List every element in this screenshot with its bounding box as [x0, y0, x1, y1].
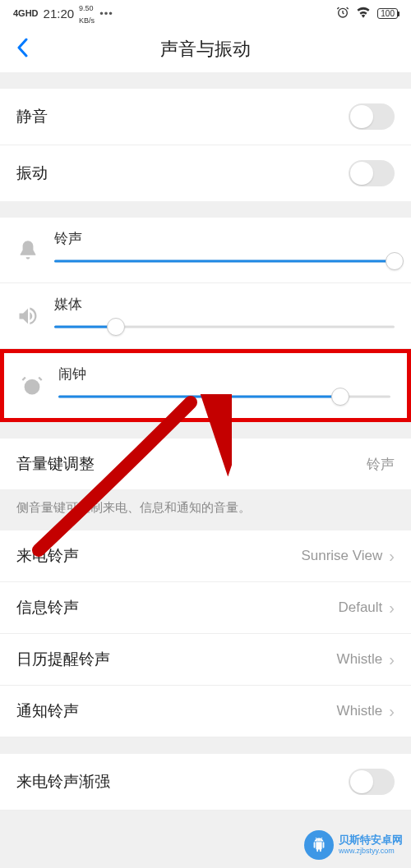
- watermark: 贝斯特安卓网 www.zjbstyy.com: [304, 830, 403, 860]
- sliders-section: 铃声 媒体 闹钟: [0, 218, 411, 422]
- crescendo-toggle[interactable]: [349, 769, 395, 795]
- volume-key-desc: 侧音量键可控制来电、信息和通知的音量。: [0, 490, 411, 530]
- back-button[interactable]: [13, 38, 31, 61]
- mute-row: 静音: [0, 89, 411, 145]
- vibrate-toggle[interactable]: [349, 160, 395, 186]
- incoming-ringtone-row[interactable]: 来电铃声 Sunrise View ›: [0, 530, 411, 582]
- volume-key-label: 音量键调整: [16, 453, 95, 475]
- page-header: 声音与振动: [0, 26, 411, 72]
- vibrate-row: 振动: [0, 145, 411, 201]
- ringtone-list: 来电铃声 Sunrise View › 信息铃声 Default › 日历提醒铃…: [0, 530, 411, 737]
- media-slider[interactable]: [54, 324, 395, 330]
- more-dots-icon: •••: [99, 7, 113, 20]
- media-slider-row: 媒体: [0, 283, 411, 349]
- clock-time: 21:20: [44, 7, 75, 21]
- ringtone-slider[interactable]: [54, 258, 395, 264]
- vibrate-label: 振动: [16, 163, 48, 184]
- mute-toggle[interactable]: [349, 103, 395, 130]
- ringtone-slider-row: 铃声: [0, 218, 411, 283]
- alarm-slider[interactable]: [58, 393, 390, 400]
- android-robot-icon: [304, 830, 334, 860]
- crescendo-row: 来电铃声渐强: [0, 754, 411, 811]
- calendar-ringtone-row[interactable]: 日历提醒铃声 Whistle ›: [0, 634, 411, 686]
- crescendo-label: 来电铃声渐强: [16, 771, 110, 792]
- chevron-right-icon: ›: [389, 703, 395, 719]
- chevron-right-icon: ›: [389, 548, 395, 564]
- volume-key-value: 铃声: [367, 455, 395, 474]
- bell-icon: [16, 239, 39, 262]
- alarm-clock-icon: [21, 374, 44, 397]
- notify-ringtone-row[interactable]: 通知铃声 Whistle ›: [0, 686, 411, 737]
- toggles-section: 静音 振动: [0, 89, 411, 201]
- wifi-icon: [356, 7, 371, 21]
- volume-key-row[interactable]: 音量键调整 铃声: [0, 439, 411, 490]
- alarm-icon: [336, 6, 349, 21]
- ringtone-slider-label: 铃声: [54, 229, 395, 248]
- chevron-right-icon: ›: [389, 599, 395, 616]
- status-bar: 4GHD 21:20 9.50KB/s ••• 100: [0, 0, 411, 26]
- mute-label: 静音: [16, 106, 48, 127]
- alarm-slider-label: 闹钟: [58, 365, 390, 383]
- svg-point-1: [25, 379, 40, 395]
- alarm-slider-row: 闹钟: [4, 353, 407, 418]
- network-speed: 9.50KB/s: [79, 1, 95, 25]
- message-ringtone-row[interactable]: 信息铃声 Default ›: [0, 582, 411, 634]
- media-slider-label: 媒体: [54, 295, 395, 314]
- battery-indicator: 100: [377, 8, 398, 19]
- chevron-right-icon: ›: [389, 651, 395, 668]
- speaker-icon: [16, 305, 39, 328]
- signal-indicator: 4GHD: [13, 8, 39, 18]
- page-title: 声音与振动: [160, 37, 251, 62]
- alarm-highlight: 闹钟: [0, 349, 411, 422]
